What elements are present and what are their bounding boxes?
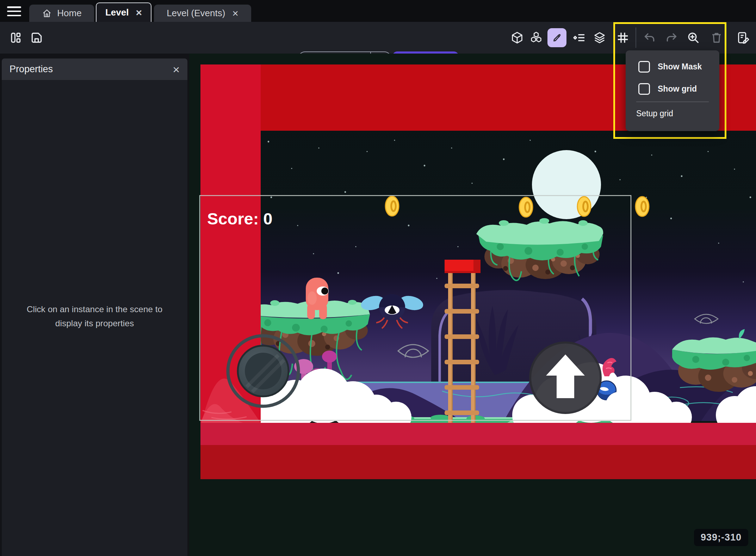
jump-button-instance[interactable] (530, 342, 601, 413)
show-mask-label: Show Mask (658, 62, 702, 72)
undo-icon[interactable] (643, 31, 657, 45)
coin (385, 196, 399, 216)
main-toolbar: Preview Publish (0, 22, 756, 54)
object-3d-icon[interactable] (510, 31, 524, 45)
properties-panel-close-icon[interactable]: × (173, 63, 180, 75)
toolbar-separator (636, 27, 636, 48)
tab-home-label: Home (57, 8, 81, 19)
hamburger-menu-icon[interactable] (7, 6, 21, 16)
redo-icon[interactable] (664, 31, 678, 45)
menu-item-show-grid[interactable]: Show grid (638, 83, 697, 95)
grid-options-menu: Show Mask Show grid Setup grid (626, 50, 719, 131)
save-icon[interactable] (30, 31, 44, 45)
edit-scene-properties-icon[interactable] (736, 31, 750, 45)
objects-list-icon[interactable] (529, 31, 543, 45)
joystick-control-instance[interactable] (228, 336, 298, 406)
delete-trash-icon[interactable] (709, 31, 724, 45)
show-mask-checkbox[interactable] (638, 61, 650, 73)
cursor-coordinates-readout: 939;-310 (694, 529, 748, 546)
show-grid-label: Show grid (658, 84, 697, 94)
tab-level-events[interactable]: Level (Events) × (154, 5, 251, 22)
coin (519, 197, 533, 217)
home-icon (42, 8, 52, 19)
coin (577, 197, 591, 216)
tab-level-close-icon[interactable]: × (136, 7, 142, 18)
layers-icon[interactable] (593, 31, 607, 45)
properties-panel-title: Properties (10, 64, 53, 75)
edit-mode-pencil-icon[interactable] (547, 28, 566, 47)
zoom-in-icon[interactable] (686, 31, 700, 45)
editor-window: Home Level × Level (Events) × (0, 0, 756, 556)
properties-empty-hint: Click on an instance in the scene to dis… (2, 302, 187, 330)
menu-item-setup-grid[interactable]: Setup grid (636, 107, 673, 121)
menu-item-show-mask[interactable]: Show Mask (638, 61, 702, 73)
show-grid-checkbox[interactable] (638, 83, 650, 95)
coin (636, 197, 649, 216)
properties-panel: Properties × Click on an instance in the… (2, 58, 187, 556)
grid-options-icon[interactable] (616, 31, 630, 45)
tab-level[interactable]: Level × (96, 2, 151, 22)
menu-separator (636, 101, 709, 102)
score-text-instance[interactable]: Score: 0 (207, 209, 272, 228)
properties-panel-header: Properties × (2, 58, 187, 80)
tab-level-events-label: Level (Events) (167, 8, 225, 19)
tab-level-events-close-icon[interactable]: × (232, 8, 238, 19)
instances-list-icon[interactable] (572, 31, 586, 45)
tab-bar: Home Level × Level (Events) × (0, 0, 756, 22)
tab-level-label: Level (105, 7, 129, 18)
panels-layout-icon[interactable] (8, 31, 23, 45)
tab-home[interactable]: Home (29, 5, 94, 22)
